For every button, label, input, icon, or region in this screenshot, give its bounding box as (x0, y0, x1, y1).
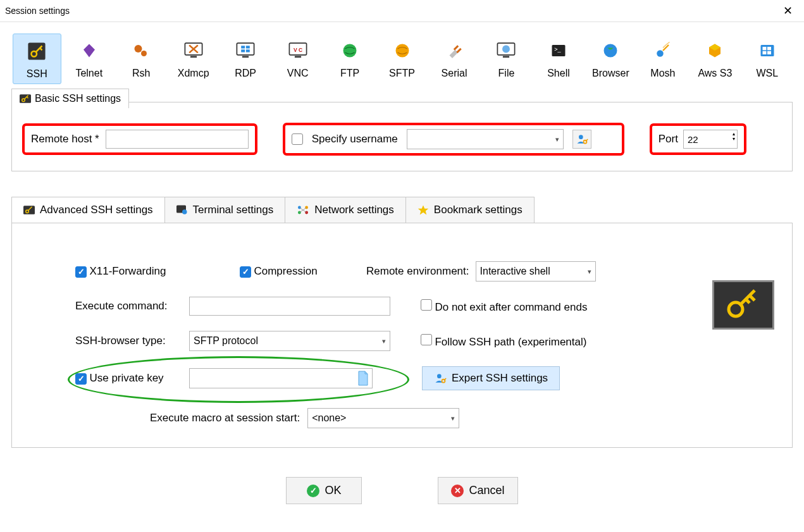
session-type-xdmcp[interactable]: Xdmcp (169, 34, 217, 84)
satellite-icon (651, 39, 675, 63)
remote-env-select[interactable]: Interactive shell ▾ (476, 261, 596, 281)
session-type-shell[interactable]: >_ Shell (535, 34, 583, 84)
session-type-telnet[interactable]: Telnet (65, 34, 113, 84)
session-type-awss3[interactable]: Aws S3 (691, 34, 739, 84)
monitor-win-icon (233, 39, 257, 63)
svg-rect-12 (242, 56, 249, 58)
session-type-label: Serial (442, 68, 467, 79)
session-type-ssh[interactable]: SSH (13, 34, 61, 84)
do-not-exit-checkbox[interactable] (421, 299, 432, 311)
tab-label: Terminal settings (193, 204, 274, 216)
svg-rect-30 (762, 47, 766, 50)
ok-label: OK (325, 484, 341, 497)
ssh-key-badge (712, 280, 774, 330)
session-type-browser[interactable]: Browser (586, 34, 634, 84)
key-icon (20, 94, 31, 103)
plug-icon (442, 39, 466, 63)
expert-ssh-label: Expert SSH settings (452, 372, 548, 385)
session-type-ftp[interactable]: FTP (326, 34, 374, 84)
macro-select[interactable]: <none> ▾ (307, 408, 459, 428)
port-input[interactable] (683, 130, 738, 149)
tab-label: Advanced SSH settings (40, 204, 153, 216)
x-circle-icon: ✕ (451, 485, 464, 497)
session-type-rsh[interactable]: Rsh (117, 34, 165, 84)
macro-row: Execute macro at session start: <none> ▾ (150, 408, 773, 428)
port-highlight: Port ▴▾ (650, 123, 746, 155)
svg-rect-22 (503, 56, 509, 58)
svg-rect-11 (246, 49, 250, 52)
basic-ssh-tab: Basic SSH settings (11, 89, 129, 108)
svg-rect-29 (760, 45, 774, 56)
session-type-rdp[interactable]: RDP (221, 34, 269, 84)
advanced-tabstrip: Advanced SSH settings Terminal settings … (11, 197, 793, 223)
session-type-sftp[interactable]: SFTP (378, 34, 426, 84)
svg-marker-2 (83, 44, 95, 58)
chevron-down-icon: ▾ (451, 414, 455, 423)
compression-checkbox[interactable]: ✓ (240, 266, 251, 278)
svg-point-3 (135, 45, 142, 53)
svg-point-16 (343, 44, 357, 58)
session-type-file[interactable]: File (482, 34, 530, 84)
close-icon[interactable]: ✕ (779, 4, 796, 18)
x11-forwarding-checkbox[interactable]: ✓ (75, 266, 87, 278)
check-circle-icon: ✓ (307, 485, 319, 497)
session-type-label: WSL (756, 68, 778, 79)
cancel-button[interactable]: ✕ Cancel (438, 477, 517, 504)
tab-advanced-ssh[interactable]: Advanced SSH settings (11, 197, 165, 223)
session-type-wsl[interactable]: WSL (743, 34, 791, 84)
session-type-label: Aws S3 (698, 68, 732, 79)
x11-forwarding-label: X11-Forwarding (89, 265, 166, 277)
tab-network-settings[interactable]: Network settings (285, 197, 406, 223)
svg-point-26 (657, 50, 664, 57)
tab-terminal-settings[interactable]: Terminal settings (164, 197, 286, 223)
svg-point-41 (182, 209, 187, 214)
session-type-label: File (498, 68, 515, 79)
cancel-label: Cancel (469, 484, 504, 497)
private-key-path-input[interactable] (189, 368, 373, 388)
advanced-section: Advanced SSH settings Terminal settings … (11, 197, 793, 448)
diamond-icon (77, 39, 101, 63)
expert-ssh-settings-button[interactable]: Expert SSH settings (422, 366, 560, 390)
use-private-key-checkbox[interactable]: ✓ (75, 373, 87, 385)
ssh-browser-type-select[interactable]: SFTP protocol ▾ (189, 331, 390, 351)
session-type-label: Browser (592, 68, 629, 79)
svg-rect-8 (241, 46, 245, 48)
star-icon (417, 204, 429, 216)
session-type-label: VNC (287, 68, 309, 79)
key-icon (23, 206, 35, 214)
session-type-label: Shell (547, 68, 570, 79)
windows-icon (755, 39, 779, 63)
monitor-vnc-icon: V C (286, 39, 310, 63)
terminal-icon: >_ (547, 39, 571, 63)
file-browse-icon[interactable] (357, 371, 369, 386)
execute-command-input[interactable] (189, 297, 390, 316)
svg-text:>_: >_ (554, 46, 561, 53)
spinner-arrows[interactable]: ▴▾ (733, 132, 735, 142)
window-title: Session settings (5, 6, 70, 16)
session-type-label: FTP (340, 68, 359, 79)
remote-host-input[interactable] (106, 130, 249, 149)
session-type-vnc[interactable]: V C VNC (273, 34, 321, 84)
username-input[interactable]: ▾ (407, 129, 564, 149)
monitor-x-icon (182, 39, 206, 63)
chevron-down-icon: ▾ (588, 268, 591, 276)
basic-ssh-title: Basic SSH settings (35, 93, 121, 104)
user-credentials-button[interactable] (572, 130, 591, 149)
svg-point-21 (503, 46, 510, 53)
follow-ssh-path-label: Follow SSH path (experimental) (435, 336, 586, 348)
execute-command-label: Execute command: (75, 300, 189, 312)
ssh-browser-type-value: SFTP protocol (194, 335, 258, 347)
session-type-mosh[interactable]: Mosh (639, 34, 687, 84)
chevron-down-icon[interactable]: ▾ (733, 137, 735, 142)
svg-point-25 (604, 44, 617, 58)
ok-button[interactable]: ✓ OK (286, 477, 362, 504)
globe-green-icon (338, 39, 362, 63)
tab-bookmark-settings[interactable]: Bookmark settings (405, 197, 535, 223)
session-type-serial[interactable]: Serial (430, 34, 478, 84)
session-type-label: RDP (235, 68, 256, 79)
port-spinner[interactable]: ▴▾ (683, 130, 738, 149)
person-key-icon (434, 372, 447, 385)
follow-ssh-path-checkbox[interactable] (421, 334, 432, 345)
specify-username-checkbox[interactable] (292, 133, 303, 145)
username-highlight: Specify username ▾ (283, 123, 624, 156)
